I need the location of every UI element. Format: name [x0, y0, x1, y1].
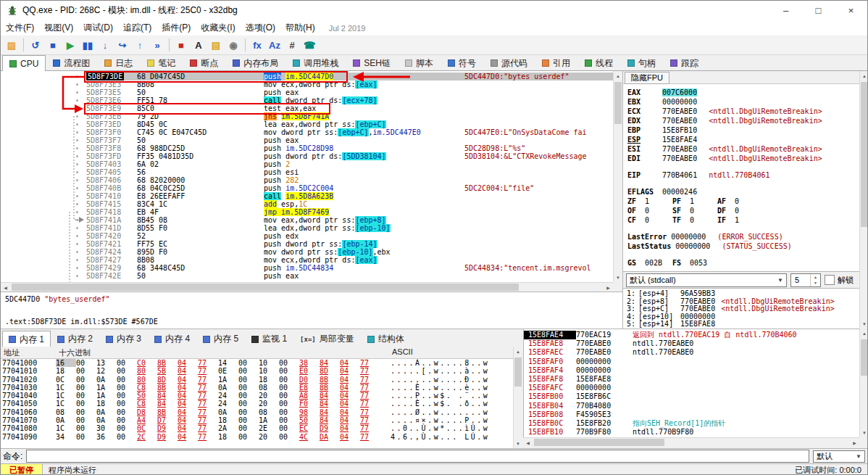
stack-row[interactable]: 15E8FB0C15E8FB20指向SEH_Record[1]的指针 [524, 419, 859, 428]
pause-button[interactable]: ▮▮ [79, 37, 96, 53]
dump-row[interactable]: 770410801C0030000CD904772A002E00ECD90477… [1, 424, 513, 432]
disasm-row[interactable]: 5D8F7421FF75 ECpush dword ptr ss:[ebp-14… [1, 240, 613, 248]
disasm-row[interactable]: 5D8F742968 3448C45Dpush im.5DC448345DC44… [1, 264, 613, 272]
register-row[interactable]: EFLAGS00000246 [627, 187, 855, 197]
dump-row[interactable]: 7704101018001200805B04770E001000E08D0477… [1, 367, 513, 375]
disasm-row[interactable]: 5D8F740B68 04C0C25Dpush im.5DC2C0045DC2C… [1, 184, 613, 192]
menu-item[interactable]: 调试(D) [78, 20, 118, 36]
disasm-row[interactable]: 5D8F741583C4 1Cadd esp,1C [1, 200, 613, 208]
disasm-row[interactable]: 5D8F741D8D55 F0lea edx,dword ptr ss:[ebp… [1, 224, 613, 232]
maximize-button[interactable]: □ [802, 1, 835, 20]
disasm-row[interactable]: 5D8F7418EB 4Fjmp im.5D8F7469 [1, 208, 613, 216]
register-row[interactable]: LastStatus00000000(STATUS_SUCCESS) [627, 241, 855, 251]
hide-fpu-button[interactable]: 隐藏FPU [625, 72, 669, 84]
arg-count-spinner[interactable]: 5 ▲▼ [790, 273, 821, 287]
menu-item[interactable]: 视图(V) [39, 20, 78, 36]
debug-button[interactable]: ■ [172, 37, 190, 53]
stack-row[interactable]: 15E8FAF815E8FAE8 [524, 375, 859, 384]
tab-dump-4[interactable]: 内存 4 [148, 331, 196, 347]
register-row[interactable]: ZF1PF1AF0 [627, 197, 855, 206]
register-row[interactable]: GS002BFS0053 [627, 258, 855, 268]
scroll-down-icon[interactable]: ▼ [614, 273, 622, 282]
register-row[interactable]: OF0SF0DF0 [627, 206, 855, 215]
tab-graph[interactable]: 流程图 [46, 55, 97, 70]
register-row[interactable]: EBX00000000 [627, 97, 855, 107]
tab-references[interactable]: 引用 [535, 55, 577, 70]
register-row[interactable]: ECX770EABE0<ntdll.DbgUiRemoteBreakin> [627, 107, 855, 116]
tab-notes[interactable]: 笔记 [140, 55, 183, 70]
disasm-row[interactable]: 5D8F73DE68 D047C45Dpush im.5DC447D05DC44… [1, 73, 613, 80]
argument-row[interactable]: 1:[esp+4]96A59BB3 [627, 290, 856, 298]
tab-cpu[interactable]: CPU [2, 55, 46, 71]
scroll-up-icon[interactable]: ▲ [614, 71, 622, 80]
disasm-horizontal-scrollbar[interactable]: ◀ ▶ [1, 282, 613, 292]
tab-memory-map[interactable]: 内存布局 [225, 55, 285, 70]
menu-item[interactable]: 文件(F) [1, 20, 39, 36]
spinner-arrows-icon[interactable]: ▲▼ [810, 274, 820, 286]
menu-item[interactable]: 帮助(H) [280, 20, 320, 36]
dump-scrollbar[interactable]: ▲ ▼ [513, 347, 522, 448]
disasm-row[interactable]: 5D8F73F750push eax [1, 136, 613, 144]
tab-dump-3[interactable]: 内存 3 [99, 331, 148, 347]
command-script-select[interactable]: 默认 ▼ [813, 450, 865, 463]
dump-row[interactable]: 7704100016001300C08B04771400100038840477… [1, 359, 513, 367]
disasm-row[interactable]: 5D8F740556push esi [1, 168, 613, 176]
disasm-row[interactable]: 5D8F73FDFF35 0481D35Dpush dword ptr ds:[… [1, 152, 613, 160]
register-row[interactable]: CF0TF0IF1 [627, 215, 855, 225]
register-row[interactable]: LastError00000000(ERROR_SUCCESS) [627, 232, 855, 241]
disasm-row[interactable]: 5D8F73E6FF51 78call dword ptr ds:[ecx+78… [1, 96, 613, 104]
stack-row[interactable]: 15E8FAF000000000 [524, 358, 859, 366]
open-file-button[interactable]: ▨ [3, 37, 20, 53]
disasm-row[interactable]: 5D8F73F0C745 0C E047C45Dmov dword ptr ss… [1, 128, 613, 136]
dump-row[interactable]: 770410401C001A005084047724002000A8840477… [1, 392, 513, 400]
tab-log[interactable]: 日志 [97, 55, 140, 70]
menu-item[interactable]: 插件(P) [157, 20, 196, 36]
close-button[interactable]: × [835, 1, 867, 20]
register-row[interactable]: EAX007C6000 [627, 88, 855, 97]
tab-breakpoints[interactable]: 断点 [183, 55, 225, 70]
stack-horizontal-scrollbar[interactable]: ◀ ▶ [523, 437, 859, 447]
register-row[interactable]: ESP15E8FAE4 [627, 135, 855, 144]
run-button[interactable]: ▶ [62, 37, 79, 53]
minimize-button[interactable]: – [769, 1, 802, 20]
command-input[interactable] [26, 450, 809, 463]
menu-item[interactable]: 选项(O) [241, 20, 280, 36]
tab-seh[interactable]: SEH链 [346, 55, 398, 70]
stop-button[interactable]: ■ [44, 37, 62, 53]
argument-row[interactable]: 3:[esp+C]770EABE0<ntdll.DbgUiRemoteBreak… [627, 305, 856, 313]
unlock-checkbox[interactable]: 解锁 [825, 275, 854, 286]
trace-into-button[interactable]: » [149, 37, 166, 53]
assemble-button[interactable]: A [190, 37, 207, 53]
register-row[interactable]: EIP770B4061ntdll.770B4061 [627, 170, 855, 180]
tab-dump-2[interactable]: 内存 2 [51, 331, 99, 347]
notes-button[interactable]: ▤ [207, 37, 225, 53]
dump-row[interactable]: 770410501C001800C884047724002000F0840477… [1, 400, 513, 408]
stack-row[interactable]: 15E8FAF400000000 [524, 366, 859, 375]
tab-source[interactable]: 源代码 [483, 55, 535, 70]
disasm-vertical-scrollbar[interactable]: ▲ ▼ [613, 71, 622, 282]
register-row[interactable]: EBP15E8FB10 [627, 125, 855, 135]
disasm-row[interactable]: 5D8F741A8B45 08mov eax,dword ptr ss:[ebp… [1, 216, 613, 224]
dump-row[interactable]: 770410700A000A00A4D7047718001A0050840477… [1, 416, 513, 424]
dump-row[interactable]: 77041090340036002CD90477180020004CDA0477… [1, 433, 513, 441]
stack-row[interactable]: 15E8FB10770B9F80ntdll.770B9F80 [524, 428, 859, 437]
stack-row[interactable]: 15E8FAFC00000000 [524, 384, 859, 392]
disasm-row[interactable]: 5D8F73E38B08mov ecx,dword ptr ds:[eax] [1, 80, 613, 88]
scroll-left-icon[interactable]: ◀ [1, 283, 10, 292]
scroll-up-icon[interactable]: ▲ [514, 347, 522, 356]
hash-button[interactable]: # [283, 37, 301, 53]
tab-handles[interactable]: 句柄 [620, 55, 663, 70]
registers-scrollbar[interactable]: ▲ ▼ [859, 71, 868, 329]
disasm-row[interactable]: 5D8F73E550push eax [1, 88, 613, 96]
scroll-left-icon[interactable]: ◀ [523, 438, 533, 447]
step-into-button[interactable]: ↓ [96, 37, 114, 53]
tab-script[interactable]: 脚本 [398, 55, 441, 70]
stack-vertical-scrollbar[interactable]: ▲ ▼ [859, 329, 868, 437]
disasm-row[interactable]: 5D8F73F868 988DC25Dpush im.5DC28D985DC28… [1, 144, 613, 152]
disasm-row[interactable]: 5D8F73E985C0test eax,eax [1, 104, 613, 112]
tab-locals[interactable]: [x=]局部变量 [293, 331, 361, 347]
scroll-down-icon[interactable]: ▼ [514, 439, 522, 448]
scroll-down-icon[interactable]: ▼ [860, 428, 868, 437]
stack-row[interactable]: 15E8FB0015E8FB6C [524, 392, 859, 401]
menu-item[interactable]: 追踪(T) [118, 20, 157, 36]
